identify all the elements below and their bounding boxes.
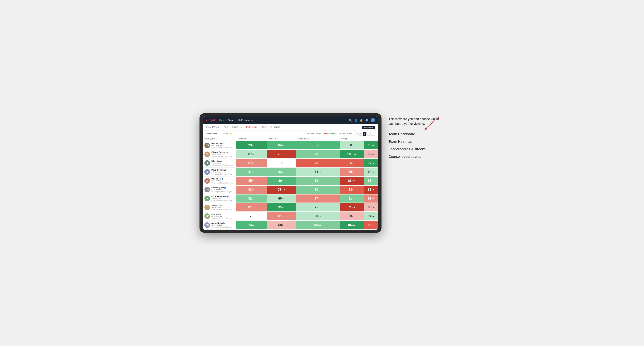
quality-score-5: 83 3▼ (236, 185, 267, 194)
tab-bar: PGAT Players PGA Hcaps 1-5 Team Clippd T… (203, 124, 378, 131)
off-tee-score-3: 82 4▲ (267, 168, 296, 176)
grid-view-button[interactable]: ⊞ (358, 132, 362, 136)
player-avatar-9: AN (204, 222, 210, 228)
quality-score-4: 85 3▼ (236, 176, 267, 185)
badge-icon (224, 187, 226, 189)
player-name-7: Josh Coles (212, 204, 234, 206)
table-view-button[interactable]: ▦ (362, 132, 366, 136)
tab-team-clippd[interactable]: Team Clippd (246, 126, 258, 129)
around-green-score-5: 83 6▼ (340, 185, 364, 194)
player-cell-8[interactable]: MM Matt Miller 6-10 Handicap Woburn Golf… (203, 212, 236, 221)
around-green-score-2: 86 6▼ (340, 159, 364, 168)
quality-score-6: 82 3▲ (236, 194, 267, 203)
table-row[interactable]: CR Chris Robertson 1-5 Handicap Craigmil… (203, 194, 378, 203)
quality-score-7: 81 3▼ (236, 203, 267, 212)
table-row[interactable]: AN Aaron Nicholls 11-15 Handicap Drift G… (203, 221, 378, 230)
player-name-5: Charlie Quick (212, 186, 234, 189)
table-row[interactable]: JC Josh Coles 1-5 Handicap Royal North D… (203, 203, 378, 212)
player-avatar-7: JC (204, 205, 210, 210)
nav-bar: clippd Home Teams My Performance 🔍 👤 🔔 ⚙… (203, 116, 378, 124)
player-avatar-4: DF (204, 178, 210, 184)
player-hcp-2: 1-5 Handicap (212, 162, 234, 165)
tab-pga[interactable]: PGA (224, 126, 228, 129)
player-cell-9[interactable]: AN Aaron Nicholls 11-15 Handicap Drift G… (203, 221, 236, 230)
player-cell-0[interactable]: BM Blair McHarg Plus Handicap Royal Nort… (203, 141, 236, 150)
badge-icon (227, 196, 228, 197)
player-name-6: Chris Robertson (212, 195, 234, 198)
table-row[interactable]: EE Elliot Ebert 1-5 Handicap Sunningdale… (203, 159, 378, 168)
quality-score-0: 93 4▲ (236, 141, 267, 150)
arrow-annotation (422, 115, 443, 133)
table-row[interactable]: DF David Ford Plus Handicap Royal North … (203, 176, 378, 185)
player-club-1: Sunningdale Golf Club, United Kingdom (212, 156, 234, 158)
nav-links: Home Teams My Performance (219, 119, 345, 121)
player-name-2: Elliot Ebert (212, 160, 234, 162)
col-header-approach[interactable]: Approach ▾ (267, 137, 296, 141)
nav-icons: 🔍 👤 🔔 ⚙️ U (349, 118, 375, 122)
off-tee-score-9: 60 1▼ (267, 221, 296, 230)
approach-score-9: 58 10▲ (296, 221, 340, 230)
player-avatar-6: CR (204, 196, 210, 201)
putting-score-8: 94 3▲ (364, 212, 378, 221)
tab-all-players[interactable]: All Players (270, 126, 280, 129)
person-icon[interactable]: 👤 (354, 119, 357, 122)
tab-tour[interactable]: Tour (262, 126, 266, 129)
col-header-around-green[interactable]: Around the Green ▾ (296, 137, 340, 141)
edit-icon[interactable]: ✏️ (230, 133, 232, 135)
tab-pgat[interactable]: PGAT Players (206, 126, 219, 129)
around-green-score-8: 88 2▼ (340, 212, 364, 221)
approach-score-3: 74 1▲ (296, 168, 340, 176)
annotation-panel: This is where you can choose which dashb… (388, 113, 444, 161)
player-avatar-3: DB (204, 169, 210, 175)
putting-score-7: 89 2▼ (364, 203, 378, 212)
player-avatar-5: CQ (204, 187, 210, 192)
download-button[interactable]: ↓ (371, 132, 375, 136)
avatar[interactable]: U (371, 118, 375, 122)
table-row[interactable]: CQ Charlie Quick 6-10 Handicap St. Georg… (203, 185, 378, 194)
table-row[interactable]: BM Blair McHarg Plus Handicap Royal Nort… (203, 141, 378, 150)
player-name-3: Dave Billingham (212, 169, 234, 171)
player-name-9: Aaron Nicholls (212, 222, 234, 224)
list-view-button[interactable]: ☰ (367, 132, 371, 136)
player-hcp-1: 1-5 Handicap (212, 154, 234, 156)
player-cell-7[interactable]: JC Josh Coles 1-5 Handicap Royal North D… (203, 203, 236, 212)
nav-link-home[interactable]: Home (219, 119, 225, 121)
logo: clippd (206, 119, 215, 122)
quality-score-8: 75 (236, 212, 267, 221)
player-cell-2[interactable]: EE Elliot Ebert 1-5 Handicap Sunningdale… (203, 159, 236, 168)
nav-link-performance[interactable]: My Performance (238, 119, 253, 121)
player-avatar-2: EE (204, 160, 210, 166)
search-icon[interactable]: 🔍 (349, 119, 352, 122)
approach-score-4: 80 3▲ (296, 176, 340, 185)
around-green-score-1: 103 15▲ (340, 150, 364, 159)
dashboard-item-2: Leaderboards & streaks (388, 145, 444, 153)
col-header-off-tee[interactable]: Off the Tee ▾ (236, 137, 267, 141)
quality-score-9: 74 8▲ (236, 221, 267, 230)
add-team-button[interactable]: Add Team (362, 126, 375, 129)
approach-score-5: 80 1▲ (296, 185, 340, 194)
player-avatar-8: MM (204, 213, 210, 219)
tab-hcaps[interactable]: Hcaps 1-5 (232, 126, 242, 129)
col-header-putting[interactable]: Putting ▾ (340, 137, 364, 141)
putting-score-5: 86 8▼ (364, 185, 378, 194)
player-cell-4[interactable]: DF David Ford Plus Handicap Royal North … (203, 176, 236, 185)
data-table: Player Quality ▾ Off the Tee ▾ Approach … (203, 137, 378, 230)
nav-link-teams[interactable]: Teams (228, 119, 234, 121)
player-cell-1[interactable]: EC Edward Crossman 1-5 Handicap Sunningd… (203, 150, 236, 159)
bell-icon[interactable]: 🔔 (360, 119, 363, 122)
player-cell-5[interactable]: CQ Charlie Quick 6-10 Handicap St. Georg… (203, 185, 236, 194)
putting-score-4: 96 3▲ (364, 176, 378, 185)
settings-icon[interactable]: ⚙️ (365, 119, 368, 122)
around-green-score-6: 81 4▲ (340, 194, 364, 203)
player-name-4: David Ford (212, 177, 234, 180)
dashboard-item-3: Course leaderboards (388, 153, 444, 161)
last-rounds-button[interactable]: 📅 Last Rounds: 20 (338, 132, 357, 135)
table-row[interactable]: DB Dave Billingham 1-5 Handicap Gog Mago… (203, 168, 378, 176)
table-row[interactable]: EC Edward Crossman 1-5 Handicap Sunningd… (203, 150, 378, 159)
around-green-score-7: 71 11▼ (340, 203, 364, 212)
player-cell-3[interactable]: DB Dave Billingham 1-5 Handicap Gog Mago… (203, 168, 236, 176)
table-row[interactable]: MM Matt Miller 6-10 Handicap Woburn Golf… (203, 212, 378, 221)
player-count: | 14 Players (218, 133, 228, 135)
off-tee-score-1: 73 11▼ (267, 150, 296, 159)
player-cell-6[interactable]: CR Chris Robertson 1-5 Handicap Craigmil… (203, 194, 236, 203)
